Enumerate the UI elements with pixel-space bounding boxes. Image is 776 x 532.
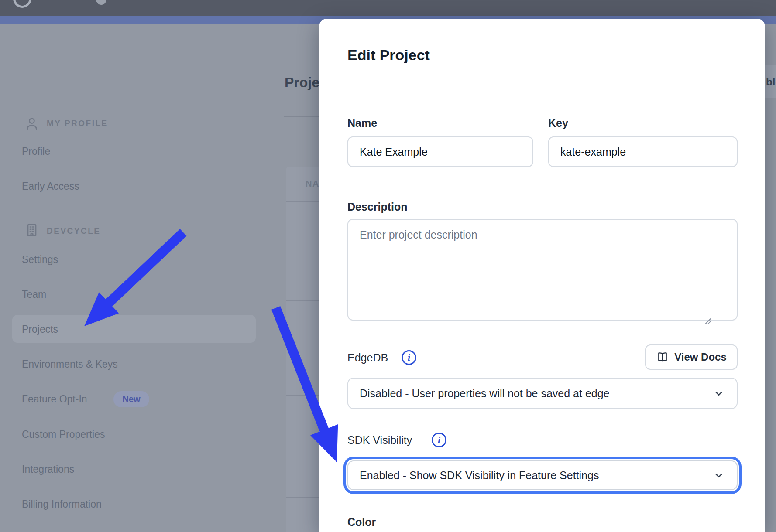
sidebar-item-integrations[interactable]: Integrations <box>22 464 74 475</box>
nav-avatar-icon <box>96 0 106 5</box>
page-title-partial: Proje <box>285 75 319 91</box>
sdk-visibility-select[interactable]: Enabled - Show SDK Visibility in Feature… <box>347 460 738 490</box>
color-label: Color <box>347 516 376 529</box>
sidebar-item-profile[interactable]: Profile <box>22 146 50 157</box>
sidebar-item-early-access[interactable]: Early Access <box>22 181 79 192</box>
description-field[interactable] <box>347 219 738 321</box>
edgedb-select[interactable]: Disabled - User properties will not be s… <box>347 378 738 409</box>
right-edge-text-partial: ble <box>766 76 776 88</box>
sdk-visibility-info-icon[interactable]: i <box>432 433 446 447</box>
table-row-divider <box>286 395 319 396</box>
sidebar-item-environments-keys[interactable]: Environments & Keys <box>22 358 118 370</box>
edit-project-modal: Edit Project Name Key Description EdgeDB… <box>319 19 765 532</box>
table-row-divider <box>286 201 319 202</box>
sidebar-item-settings[interactable]: Settings <box>22 254 58 266</box>
chevron-down-icon <box>713 470 724 483</box>
view-docs-button[interactable]: View Docs <box>645 344 738 370</box>
sdk-visibility-selected-option: Enabled - Show SDK Visibility in Feature… <box>360 469 599 482</box>
sidebar-section-devcycle: DEVCYCLE <box>47 226 100 236</box>
building-icon <box>24 222 40 238</box>
arrow-to-projects <box>84 229 187 326</box>
page-header-divider <box>284 116 319 117</box>
person-icon <box>24 116 40 132</box>
key-label: Key <box>548 117 568 130</box>
name-field[interactable] <box>347 136 533 167</box>
modal-title: Edit Project <box>347 47 430 64</box>
edgedb-selected-option: Disabled - User properties will not be s… <box>360 387 610 400</box>
chevron-down-icon <box>713 388 724 401</box>
sdk-visibility-label: SDK Visibility <box>347 434 412 447</box>
name-label: Name <box>347 117 377 130</box>
key-field[interactable] <box>548 136 738 167</box>
sidebar-item-custom-properties[interactable]: Custom Properties <box>22 429 105 440</box>
edgedb-info-icon[interactable]: i <box>402 350 416 365</box>
sidebar-item-feature-opt-in[interactable]: Feature Opt-In <box>22 393 87 405</box>
app-logo-icon <box>13 0 31 8</box>
sidebar-item-projects[interactable]: Projects <box>22 324 58 335</box>
description-label: Description <box>347 201 408 213</box>
table-row-divider <box>286 300 319 301</box>
table-row-divider <box>286 497 319 498</box>
book-icon <box>656 351 669 363</box>
projects-table-card <box>286 167 319 532</box>
top-app-bar <box>0 0 776 16</box>
new-badge: New <box>113 391 149 407</box>
table-column-header-partial: NA <box>306 179 319 189</box>
sidebar-item-team[interactable]: Team <box>22 289 46 300</box>
sidebar-section-my-profile: MY PROFILE <box>47 119 108 128</box>
sidebar-item-billing-information[interactable]: Billing Information <box>22 498 102 510</box>
modal-header-divider <box>347 92 738 92</box>
edgedb-label: EdgeDB <box>347 351 388 364</box>
view-docs-label: View Docs <box>674 351 727 363</box>
